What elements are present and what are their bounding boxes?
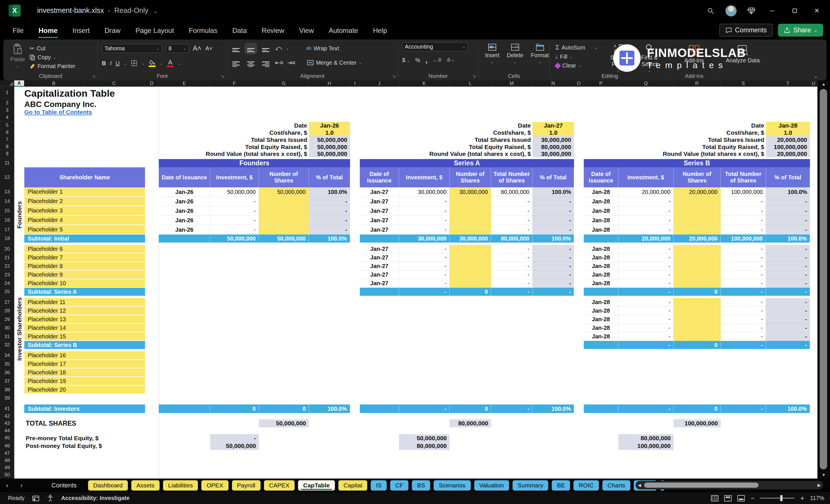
data-cell[interactable]: - bbox=[399, 197, 450, 206]
data-cell[interactable]: - bbox=[766, 271, 810, 279]
data-cell[interactable]: Jan-28 bbox=[584, 298, 618, 307]
row-header-39[interactable]: 39 bbox=[0, 394, 14, 402]
data-cell[interactable]: Jan-28 bbox=[584, 206, 618, 216]
column-header-J[interactable]: J bbox=[360, 81, 399, 87]
subtotal-investors-cell[interactable]: 0 bbox=[259, 405, 309, 413]
sheet-tab-liabilities[interactable]: Liabilities bbox=[163, 480, 198, 491]
menu-tab-review[interactable]: Review bbox=[261, 25, 285, 36]
normal-view-button[interactable] bbox=[711, 495, 719, 501]
row-header-11[interactable]: 11 bbox=[0, 159, 14, 167]
data-cell[interactable]: - bbox=[618, 315, 674, 324]
align-middle-button[interactable] bbox=[246, 43, 256, 54]
row-header-42[interactable]: 42 bbox=[0, 413, 14, 419]
shareholder-name-cell[interactable]: Placeholder 12 bbox=[24, 307, 145, 315]
column-header-F[interactable]: F bbox=[210, 81, 259, 87]
data-cell[interactable]: - bbox=[766, 279, 810, 288]
data-cell[interactable]: - bbox=[721, 271, 766, 279]
number-format-select[interactable]: Accounting⌄ bbox=[402, 42, 468, 51]
data-cell[interactable] bbox=[259, 206, 309, 216]
info-value[interactable]: 20,000,000 bbox=[766, 136, 810, 143]
row-header-33[interactable] bbox=[0, 349, 14, 351]
data-cell[interactable]: - bbox=[766, 206, 810, 216]
zoom-level[interactable]: 117% bbox=[810, 495, 824, 501]
shareholder-name-cell[interactable]: Placeholder 7 bbox=[24, 253, 145, 262]
data-cell[interactable]: - bbox=[721, 245, 766, 253]
data-cell[interactable]: - bbox=[210, 225, 259, 234]
data-cell[interactable]: - bbox=[399, 262, 450, 271]
column-header-C[interactable]: C bbox=[84, 81, 145, 87]
data-cell[interactable] bbox=[450, 245, 491, 253]
data-cell[interactable]: - bbox=[618, 279, 674, 288]
data-cell[interactable] bbox=[674, 197, 721, 206]
data-cell[interactable]: - bbox=[766, 216, 810, 225]
info-value[interactable]: 30,000,000 bbox=[533, 151, 574, 157]
pre-money-value[interactable]: 80,000,000 bbox=[618, 434, 674, 442]
data-cell[interactable]: Jan-27 bbox=[360, 262, 399, 271]
column-header-R[interactable]: R bbox=[674, 81, 721, 87]
data-cell[interactable]: Jan-28 bbox=[584, 279, 618, 288]
wrap-text-button[interactable]: ab Wrap Text bbox=[304, 44, 341, 53]
column-header-Q[interactable]: Q bbox=[618, 81, 674, 87]
data-cell[interactable]: - bbox=[399, 225, 450, 234]
shareholder-name-cell[interactable]: Placeholder 1 bbox=[24, 187, 145, 197]
data-cell[interactable]: Jan-27 bbox=[360, 216, 399, 225]
sheet-tab-assets[interactable]: Assets bbox=[131, 480, 160, 491]
subtotal-label-cell[interactable]: Subtotal: Series B bbox=[24, 341, 145, 349]
data-cell[interactable]: - bbox=[721, 206, 766, 216]
subtotal-cell[interactable]: - bbox=[766, 288, 810, 296]
data-cell[interactable]: Jan-27 bbox=[360, 279, 399, 288]
percent-format-button[interactable]: % bbox=[415, 57, 420, 63]
subtotal-cell[interactable]: - bbox=[618, 341, 674, 349]
row-header-17[interactable]: 17 bbox=[0, 225, 14, 234]
subtotal-cell[interactable]: - bbox=[721, 288, 766, 296]
data-cell[interactable]: - bbox=[721, 298, 766, 307]
subtotal-investors-cell[interactable]: - bbox=[491, 405, 533, 413]
data-cell[interactable]: 80,000,000 bbox=[491, 187, 533, 197]
data-cell[interactable] bbox=[450, 216, 491, 225]
shareholder-name-cell[interactable]: Placeholder 8 bbox=[24, 262, 145, 271]
sheet-tab-bs[interactable]: BS bbox=[412, 480, 430, 491]
data-cell[interactable]: Jan-27 bbox=[360, 225, 399, 234]
italic-button[interactable]: I bbox=[110, 60, 111, 67]
row-header-25[interactable]: 25 bbox=[0, 288, 14, 296]
data-cell[interactable] bbox=[450, 279, 491, 288]
data-cell[interactable] bbox=[259, 197, 309, 206]
subtotal-cell[interactable]: 30,000,000 bbox=[450, 234, 491, 243]
data-cell[interactable]: Jan-28 bbox=[584, 333, 618, 341]
data-cell[interactable]: - bbox=[618, 333, 674, 341]
data-cell[interactable]: - bbox=[533, 253, 574, 262]
clear-button[interactable]: Clear⌄ bbox=[554, 62, 599, 70]
number-dialog-launcher[interactable]: ↘ bbox=[472, 73, 476, 78]
data-cell[interactable]: Jan-28 bbox=[584, 187, 618, 197]
total-shares-value[interactable]: 100,000,000 bbox=[674, 419, 721, 427]
subtotal-investors-cell[interactable]: - bbox=[721, 405, 766, 413]
scroll-down-arrow[interactable]: ▼ bbox=[818, 471, 830, 478]
row-header-18[interactable]: 18 bbox=[0, 234, 14, 243]
row-header-45[interactable]: 45 bbox=[0, 434, 14, 442]
align-center-button[interactable] bbox=[246, 57, 256, 69]
post-money-value[interactable]: 80,000,000 bbox=[399, 442, 450, 450]
data-cell[interactable]: Jan-26 bbox=[159, 216, 210, 225]
total-shares-value[interactable]: 80,000,000 bbox=[450, 419, 491, 427]
data-cell[interactable] bbox=[674, 253, 721, 262]
total-shares-value[interactable]: 50,000,000 bbox=[259, 419, 309, 427]
data-cell[interactable]: Jan-27 bbox=[360, 206, 399, 216]
info-value[interactable]: 50,000,000 bbox=[309, 151, 350, 157]
row-header-7[interactable]: 7 bbox=[0, 136, 14, 143]
data-cell[interactable] bbox=[450, 253, 491, 262]
data-cell[interactable]: - bbox=[766, 245, 810, 253]
row-header-36[interactable]: 36 bbox=[0, 369, 14, 377]
row-header-47[interactable]: 47 bbox=[0, 450, 14, 457]
row-header-46[interactable]: 46 bbox=[0, 442, 14, 450]
info-value[interactable]: 1.0 bbox=[533, 129, 574, 136]
format-painter-button[interactable]: Format Painter bbox=[28, 62, 77, 70]
info-value[interactable]: Jan-26 bbox=[309, 122, 350, 129]
subtotal-cell[interactable]: 0 bbox=[674, 288, 721, 296]
data-cell[interactable]: - bbox=[766, 315, 810, 324]
sheet-tab-valuation[interactable]: Valuation bbox=[474, 480, 509, 491]
data-cell[interactable]: Jan-26 bbox=[159, 187, 210, 197]
data-cell[interactable] bbox=[259, 225, 309, 234]
row-header-6[interactable]: 6 bbox=[0, 129, 14, 136]
sheet-tab-be[interactable]: BE bbox=[552, 480, 570, 491]
column-header-H[interactable]: H bbox=[309, 81, 350, 87]
